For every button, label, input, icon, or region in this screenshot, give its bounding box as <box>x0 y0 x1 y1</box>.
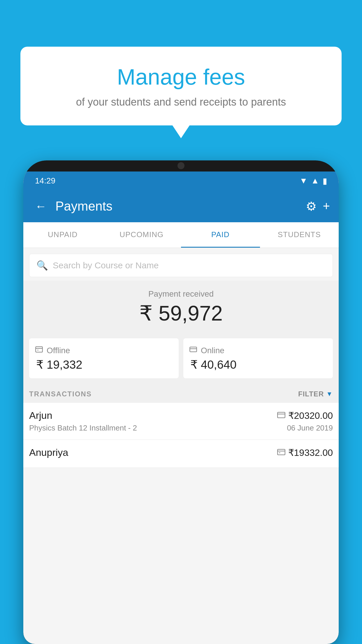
offline-payment-icon <box>277 448 285 457</box>
wifi-icon: ▼ <box>300 176 308 186</box>
tabs: UNPAID UPCOMING PAID STUDENTS <box>23 222 339 248</box>
tab-paid[interactable]: PAID <box>181 222 260 248</box>
transaction-amount-wrap: ₹19332.00 <box>277 447 333 458</box>
bubble-subtitle: of your students and send receipts to pa… <box>35 95 327 109</box>
app-bar: ← Payments ⚙ + <box>23 190 339 222</box>
filter-button[interactable]: FILTER ▼ <box>298 390 333 398</box>
phone-screen: 14:29 ▼ ▲ ▮ ← Payments ⚙ + UNPAID UPCOMI… <box>23 172 339 644</box>
offline-icon <box>35 345 43 356</box>
payment-cards: Offline ₹ 19,332 Online ₹ 4 <box>23 332 339 384</box>
filter-label: FILTER <box>298 390 324 398</box>
phone-notch <box>152 160 210 172</box>
status-time: 14:29 <box>35 176 55 186</box>
tab-unpaid[interactable]: UNPAID <box>23 222 102 248</box>
status-icons: ▼ ▲ ▮ <box>300 176 327 186</box>
transaction-row-1: Anupriya ₹19332.00 <box>29 447 333 458</box>
course-name: Physics Batch 12 Installment - 2 <box>29 424 137 433</box>
table-row[interactable]: Arjun ₹20320.00 Physics Batch 12 Install… <box>23 403 339 440</box>
offline-label: Offline <box>47 346 70 355</box>
content-area: 🔍 Search by Course or Name Payment recei… <box>23 248 339 468</box>
transaction-amount: ₹20320.00 <box>288 410 333 421</box>
svg-rect-7 <box>277 449 285 455</box>
student-name: Arjun <box>29 410 52 421</box>
search-icon: 🔍 <box>36 260 48 271</box>
filter-icon: ▼ <box>326 390 333 398</box>
online-label: Online <box>201 346 224 355</box>
transaction-amount-wrap: ₹20320.00 <box>277 410 333 421</box>
table-row[interactable]: Anupriya ₹19332.00 <box>23 440 339 468</box>
page-title: Payments <box>55 199 300 214</box>
payment-received-section: Payment received ₹ 59,972 <box>23 281 339 332</box>
svg-rect-5 <box>277 412 285 418</box>
offline-payment-card: Offline ₹ 19,332 <box>29 338 179 378</box>
online-payment-icon <box>277 411 285 420</box>
svg-rect-0 <box>36 347 42 352</box>
back-button[interactable]: ← <box>32 197 50 216</box>
add-button[interactable]: + <box>323 199 330 213</box>
payment-received-label: Payment received <box>29 289 333 299</box>
tab-students[interactable]: STUDENTS <box>260 222 339 248</box>
bubble-title: Manage fees <box>35 64 327 90</box>
online-amount: ₹ 40,640 <box>189 358 327 371</box>
phone-frame: 14:29 ▼ ▲ ▮ ← Payments ⚙ + UNPAID UPCOMI… <box>23 160 339 644</box>
settings-icon[interactable]: ⚙ <box>306 199 317 214</box>
battery-icon: ▮ <box>323 176 327 186</box>
speech-bubble: Manage fees of your students and send re… <box>20 47 342 125</box>
payment-received-amount: ₹ 59,972 <box>29 301 333 326</box>
app-bar-actions: ⚙ + <box>306 199 330 214</box>
front-camera <box>178 162 184 169</box>
transactions-header: TRANSACTIONS FILTER ▼ <box>23 384 339 403</box>
search-bar[interactable]: 🔍 Search by Course or Name <box>29 254 333 277</box>
offline-card-header: Offline <box>35 345 173 356</box>
transaction-row-1: Arjun ₹20320.00 <box>29 410 333 421</box>
online-icon <box>189 345 197 356</box>
online-card-header: Online <box>189 345 327 356</box>
transaction-amount: ₹19332.00 <box>288 447 333 458</box>
student-name: Anupriya <box>29 447 68 458</box>
signal-icon: ▲ <box>311 176 319 186</box>
svg-rect-3 <box>190 347 196 352</box>
offline-amount: ₹ 19,332 <box>35 358 173 371</box>
transactions-label: TRANSACTIONS <box>29 390 92 398</box>
search-input[interactable]: Search by Course or Name <box>53 260 159 270</box>
status-bar: 14:29 ▼ ▲ ▮ <box>23 172 339 190</box>
transaction-date: 06 June 2019 <box>287 424 333 433</box>
transaction-row-2: Physics Batch 12 Installment - 2 06 June… <box>29 424 333 433</box>
tab-upcoming[interactable]: UPCOMING <box>102 222 181 248</box>
online-payment-card: Online ₹ 40,640 <box>183 338 333 378</box>
